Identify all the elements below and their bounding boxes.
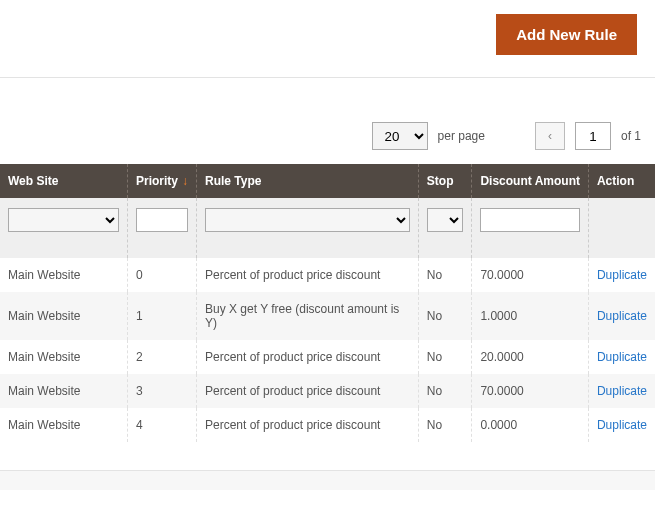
- cell-discount: 20.0000: [472, 340, 589, 374]
- pager-of-label: of 1: [621, 129, 641, 143]
- filter-discount-input[interactable]: [480, 208, 580, 232]
- filter-website-select[interactable]: [8, 208, 119, 232]
- cell-rule_type: Percent of product price discount: [197, 408, 419, 442]
- cell-action: Duplicate: [588, 340, 655, 374]
- cell-website: Main Website: [0, 292, 127, 340]
- cell-priority: 1: [127, 292, 196, 340]
- page-size-select[interactable]: 20: [372, 122, 428, 150]
- duplicate-link[interactable]: Duplicate: [597, 350, 647, 364]
- cell-action: Duplicate: [588, 258, 655, 292]
- table-row[interactable]: Main Website0Percent of product price di…: [0, 258, 655, 292]
- cell-rule_type: Percent of product price discount: [197, 374, 419, 408]
- table-row[interactable]: Main Website3Percent of product price di…: [0, 374, 655, 408]
- cell-priority: 3: [127, 374, 196, 408]
- chevron-left-icon: ‹: [548, 129, 552, 143]
- col-header-action: Action: [588, 164, 655, 198]
- duplicate-link[interactable]: Duplicate: [597, 418, 647, 432]
- col-header-stop[interactable]: Stop: [418, 164, 472, 198]
- cell-website: Main Website: [0, 340, 127, 374]
- col-header-website[interactable]: Web Site: [0, 164, 127, 198]
- cell-discount: 70.0000: [472, 258, 589, 292]
- current-page-input[interactable]: [575, 122, 611, 150]
- cell-website: Main Website: [0, 374, 127, 408]
- prev-page-button[interactable]: ‹: [535, 122, 565, 150]
- duplicate-link[interactable]: Duplicate: [597, 384, 647, 398]
- cell-rule_type: Percent of product price discount: [197, 258, 419, 292]
- table-row[interactable]: Main Website2Percent of product price di…: [0, 340, 655, 374]
- duplicate-link[interactable]: Duplicate: [597, 268, 647, 282]
- per-page-label: per page: [438, 129, 485, 143]
- cell-priority: 0: [127, 258, 196, 292]
- cell-priority: 2: [127, 340, 196, 374]
- cell-stop: No: [418, 340, 472, 374]
- col-header-priority[interactable]: Priority↓: [127, 164, 196, 198]
- cell-website: Main Website: [0, 258, 127, 292]
- rules-grid: Web Site Priority↓ Rule Type Stop Discou…: [0, 164, 655, 442]
- sort-asc-icon: ↓: [182, 174, 188, 188]
- pager: 20 per page ‹ of 1: [0, 78, 655, 164]
- cell-priority: 4: [127, 408, 196, 442]
- table-row[interactable]: Main Website4Percent of product price di…: [0, 408, 655, 442]
- cell-discount: 70.0000: [472, 374, 589, 408]
- cell-stop: No: [418, 408, 472, 442]
- cell-website: Main Website: [0, 408, 127, 442]
- add-new-rule-button[interactable]: Add New Rule: [496, 14, 637, 55]
- col-header-discount[interactable]: Discount Amount: [472, 164, 589, 198]
- cell-discount: 1.0000: [472, 292, 589, 340]
- cell-action: Duplicate: [588, 408, 655, 442]
- cell-stop: No: [418, 374, 472, 408]
- filter-priority-input[interactable]: [136, 208, 188, 232]
- cell-rule_type: Buy X get Y free (discount amount is Y): [197, 292, 419, 340]
- cell-rule_type: Percent of product price discount: [197, 340, 419, 374]
- cell-stop: No: [418, 258, 472, 292]
- table-row[interactable]: Main Website1Buy X get Y free (discount …: [0, 292, 655, 340]
- filter-rule-type-select[interactable]: [205, 208, 410, 232]
- col-header-rule-type[interactable]: Rule Type: [197, 164, 419, 198]
- cell-stop: No: [418, 292, 472, 340]
- filter-stop-select[interactable]: [427, 208, 464, 232]
- footer-bar: [0, 470, 655, 490]
- cell-discount: 0.0000: [472, 408, 589, 442]
- top-toolbar: Add New Rule: [0, 0, 655, 78]
- cell-action: Duplicate: [588, 374, 655, 408]
- duplicate-link[interactable]: Duplicate: [597, 309, 647, 323]
- cell-action: Duplicate: [588, 292, 655, 340]
